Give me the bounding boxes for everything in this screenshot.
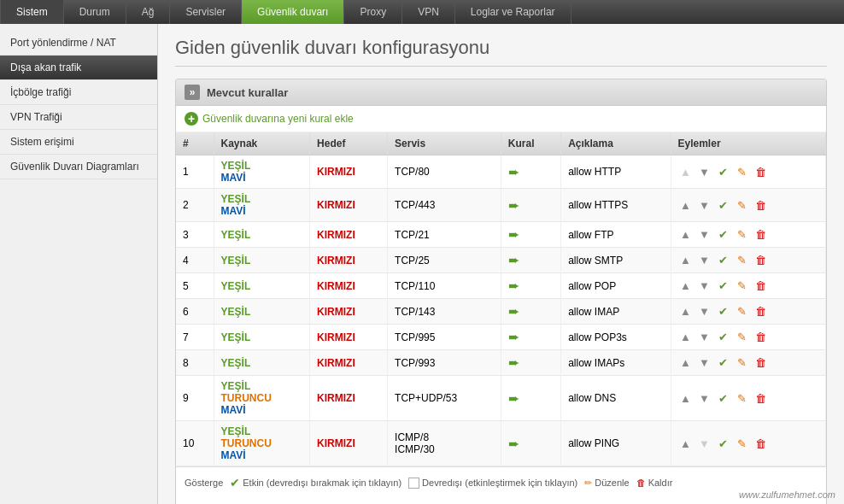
delete-button[interactable]: 🗑 — [753, 278, 769, 294]
cell-rule: ➨ — [501, 248, 560, 273]
move-down-button[interactable]: ▼ — [697, 227, 712, 243]
cell-description: allow FTP — [561, 222, 671, 248]
move-down-button[interactable]: ▼ — [697, 390, 712, 406]
source-label: MAVİ — [221, 205, 303, 217]
edit-button[interactable]: ✎ — [735, 197, 750, 213]
nav-vpn[interactable]: VPN — [402, 0, 455, 24]
edit-button[interactable]: ✎ — [735, 355, 750, 371]
cell-description: allow PING — [561, 421, 671, 466]
trash-icon: 🗑 — [636, 478, 646, 488]
delete-button[interactable]: 🗑 — [753, 390, 769, 406]
move-up-button[interactable]: ▲ — [678, 436, 694, 451]
edit-button[interactable]: ✎ — [735, 164, 750, 179]
move-up-button[interactable]: ▲ — [678, 304, 694, 319]
edit-button[interactable]: ✎ — [735, 330, 750, 345]
move-down-button[interactable]: ▼ — [697, 278, 712, 294]
delete-button[interactable]: 🗑 — [753, 355, 769, 371]
toggle-button[interactable]: ✔ — [716, 197, 731, 213]
add-rule-link[interactable]: + Güvenlik duvarına yeni kural ekle — [176, 106, 826, 132]
dest-label: KIRMIZI — [317, 255, 355, 267]
move-down-button[interactable]: ▼ — [697, 355, 712, 371]
move-down-button[interactable]: ▼ — [697, 253, 712, 268]
sidebar-item-sistem-erisimi[interactable]: Sistem erişimi — [0, 130, 157, 155]
cell-source: YEŞİLMAVİ — [214, 155, 310, 189]
source-label: MAVİ — [221, 172, 303, 184]
toggle-button[interactable]: ✔ — [716, 253, 731, 268]
delete-button[interactable]: 🗑 — [753, 436, 769, 451]
toggle-button[interactable]: ✔ — [716, 355, 731, 371]
cell-rule: ➨ — [501, 421, 560, 466]
source-label: TURUNCU — [221, 437, 303, 449]
cell-service: TCP/995 — [388, 325, 501, 350]
sidebar-item-diagramlar[interactable]: Güvenlik Duvarı Diagramları — [0, 155, 157, 179]
move-down-button[interactable]: ▼ — [697, 304, 712, 319]
cell-source: YEŞİL — [214, 299, 310, 325]
edit-button[interactable]: ✎ — [735, 253, 750, 268]
dest-label: KIRMIZI — [317, 166, 355, 178]
rule-arrow-icon: ➨ — [508, 437, 519, 451]
move-up-button[interactable]: ▲ — [678, 253, 694, 268]
nav-servisler[interactable]: Servisler — [170, 0, 242, 24]
cell-service: TCP/443 — [388, 189, 501, 222]
sidebar-item-icbolge[interactable]: İçbölge trafiği — [0, 80, 157, 105]
move-up-button[interactable]: ▲ — [678, 278, 694, 294]
toggle-button[interactable]: ✔ — [716, 278, 731, 294]
legend-inactive: Devredışı (etkinleştirmek için tıklayın) — [408, 478, 577, 489]
nav-loglar[interactable]: Loglar ve Raporlar — [455, 0, 571, 24]
move-up-button[interactable]: ▲ — [678, 390, 694, 406]
sidebar-item-vpn-trafigi[interactable]: VPN Trafiği — [0, 105, 157, 130]
delete-button[interactable]: 🗑 — [753, 304, 769, 319]
cell-num: 1 — [176, 155, 214, 189]
table-row: 9YEŞİLTURUNCUMAVİKIRMIZITCP+UDP/53➨allow… — [176, 376, 826, 421]
move-down-button[interactable]: ▼ — [697, 197, 712, 213]
toggle-button[interactable]: ✔ — [716, 436, 731, 451]
move-down-button[interactable]: ▼ — [697, 436, 712, 451]
add-icon: + — [185, 112, 198, 126]
cell-source: YEŞİL — [214, 273, 310, 299]
move-up-button[interactable]: ▲ — [678, 164, 694, 179]
delete-button[interactable]: 🗑 — [753, 197, 769, 213]
move-up-button[interactable]: ▲ — [678, 355, 694, 371]
cell-description: allow IMAPs — [561, 350, 671, 376]
cell-dest: KIRMIZI — [310, 299, 388, 325]
table-row: 5YEŞİLKIRMIZITCP/110➨allow POP▲▼✔✎🗑 — [176, 273, 826, 299]
section-title: Mevcut kurallar — [207, 86, 288, 99]
source-label: YEŞİL — [221, 255, 303, 267]
edit-button[interactable]: ✎ — [735, 304, 750, 319]
toggle-button[interactable]: ✔ — [716, 390, 731, 406]
delete-button[interactable]: 🗑 — [753, 253, 769, 268]
sidebar-item-disa-akan[interactable]: Dışa akan trafik — [0, 56, 157, 80]
delete-button[interactable]: 🗑 — [753, 164, 769, 179]
table-row: 10YEŞİLTURUNCUMAVİKIRMIZIICMP/8ICMP/30➨a… — [176, 421, 826, 466]
edit-button[interactable]: ✎ — [735, 390, 750, 406]
delete-button[interactable]: 🗑 — [753, 227, 769, 243]
toggle-button[interactable]: ✔ — [716, 304, 731, 319]
table-row: 4YEŞİLKIRMIZITCP/25➨allow SMTP▲▼✔✎🗑 — [176, 248, 826, 273]
sidebar-item-port[interactable]: Port yönlendirme / NAT — [0, 31, 157, 56]
move-up-button[interactable]: ▲ — [678, 330, 694, 345]
edit-button[interactable]: ✎ — [735, 436, 750, 451]
nav-sistem[interactable]: Sistem — [0, 0, 64, 24]
toggle-button[interactable]: ✔ — [716, 227, 731, 243]
edit-button[interactable]: ✎ — [735, 227, 750, 243]
edit-button[interactable]: ✎ — [735, 278, 750, 294]
move-up-button[interactable]: ▲ — [678, 227, 694, 243]
toggle-button[interactable]: ✔ — [716, 164, 731, 179]
dest-label: KIRMIZI — [317, 392, 355, 404]
nav-durum[interactable]: Durum — [64, 0, 126, 24]
cell-num: 4 — [176, 248, 214, 273]
col-rule: Kural — [501, 132, 560, 155]
dest-label: KIRMIZI — [317, 437, 355, 449]
cell-rule: ➨ — [501, 299, 560, 325]
move-up-button[interactable]: ▲ — [678, 197, 694, 213]
nav-guvenlik-duvari[interactable]: Güvenlik duvarı — [242, 0, 344, 24]
nav-ag[interactable]: Ağ — [126, 0, 171, 24]
source-label: MAVİ — [221, 449, 303, 461]
move-down-button[interactable]: ▼ — [697, 164, 712, 179]
rule-arrow-icon: ➨ — [508, 198, 519, 213]
nav-proxy[interactable]: Proxy — [344, 0, 402, 24]
toggle-button[interactable]: ✔ — [716, 330, 731, 345]
cell-source: YEŞİL — [214, 350, 310, 376]
delete-button[interactable]: 🗑 — [753, 330, 769, 345]
move-down-button[interactable]: ▼ — [697, 330, 712, 345]
